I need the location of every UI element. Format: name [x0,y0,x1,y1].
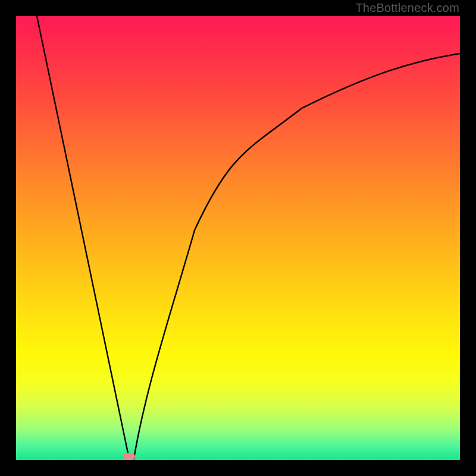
curve-svg [16,16,460,460]
watermark-text: TheBottleneck.com [355,0,459,15]
chart-frame: TheBottleneck.com [0,0,476,476]
plot-area [16,16,460,460]
optimal-point-marker [123,453,135,460]
bottleneck-curve [37,16,460,459]
